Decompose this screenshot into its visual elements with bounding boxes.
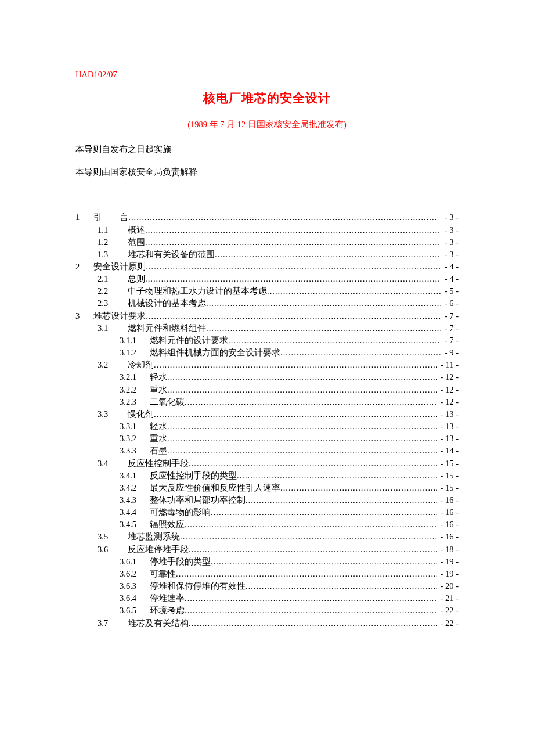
toc-leader-dots [267,285,441,297]
toc-page-number: - 16 - [437,506,459,519]
toc-leader-dots [145,224,441,236]
toc-page-number: - 3 - [441,211,459,224]
toc-page-number: - 7 - [441,310,459,322]
toc-number: 3.7 [98,617,128,629]
toc-entry: 3堆芯设计要求- 7 - [75,310,459,322]
document-subtitle: (1989 年 7 月 12 日国家核安全局批准发布) [75,119,459,130]
toc-leader-dots [280,482,437,494]
toc-page-number: - 12 - [437,384,459,396]
toc-leader-dots [154,359,437,371]
toc-leader-dots [211,556,437,568]
toc-page-number: - 16 - [437,519,459,531]
toc-label: 概述 [128,224,145,236]
toc-leader-dots [228,334,441,347]
toc-entry: 3.4.5辐照效应- 16 - [75,519,459,531]
toc-label: 整体功率和局部功率控制 [150,494,246,506]
toc-entry: 3.4.3整体功率和局部功率控制- 16 - [75,494,459,506]
toc-number: 3.4.3 [120,494,150,506]
toc-page-number: - 12 - [437,371,459,383]
toc-page-number: - 15 - [437,482,459,494]
toc-leader-dots [145,273,441,285]
document-code: HAD102/07 [75,70,459,80]
toc-page-number: - 3 - [441,224,459,236]
toc-entry: 1引 言- 3 - [75,211,459,224]
toc-leader-dots [206,322,441,334]
toc-page-number: - 15 - [437,458,459,470]
toc-page-number: - 5 - [441,285,459,297]
toc-number: 1.3 [98,249,128,261]
toc-page-number: - 13 - [437,420,459,433]
toc-label: 停堆手段的类型 [150,556,211,568]
toc-label: 石墨 [150,445,167,457]
toc-page-number: - 3 - [441,249,459,261]
toc-entry: 3.2.2重水- 12 - [75,384,459,396]
toc-label: 重水 [150,384,167,396]
toc-page-number: - 12 - [437,396,459,408]
toc-page-number: - 19 - [437,568,459,580]
toc-label: 燃料组件机械方面的安全设计要求 [150,347,280,359]
toc-label: 反应性控制手段 [128,458,189,470]
toc-page-number: - 9 - [441,347,459,359]
toc-label: 机械设计的基本考虑 [128,297,206,309]
toc-number: 2 [75,261,93,273]
toc-label: 安全设计原则 [93,261,146,273]
toc-label: 二氧化碳 [150,396,185,408]
toc-label: 环境考虑 [150,604,185,617]
toc-number: 1.2 [98,236,128,249]
toc-leader-dots [167,445,437,457]
toc-entry: 3.3.3石墨- 14 - [75,445,459,457]
toc-leader-dots [237,470,437,482]
toc-label: 可燃毒物的影响 [150,506,211,519]
toc-number: 3.4.5 [120,519,150,531]
toc-leader-dots [206,297,441,309]
toc-label: 堆芯和有关设备的范围 [128,249,215,261]
toc-label: 燃料元件的设计要求 [150,334,228,347]
toc-page-number: - 22 - [437,617,459,629]
toc-number: 3.4.2 [120,482,150,494]
toc-entry: 2.3机械设计的基本考虑- 6 - [75,297,459,309]
toc-label: 反应堆停堆手段 [128,543,189,556]
toc-entry: 3.6.5环境考虑- 22 - [75,604,459,617]
toc-entry: 3.5堆芯监测系统- 16 - [75,531,459,543]
toc-leader-dots [189,458,437,470]
toc-label: 最大反应性价值和反应性引人速率 [150,482,280,494]
toc-page-number: - 16 - [437,531,459,543]
toc-entry: 3.3慢化剂- 13 - [75,408,459,420]
toc-leader-dots [246,580,437,592]
toc-page-number: - 4 - [441,261,459,273]
toc-number: 3.5 [98,531,128,543]
toc-leader-dots [167,371,437,383]
toc-label: 停堆和保侍停堆的有效性 [150,580,246,592]
toc-number: 3.3.3 [120,445,150,457]
document-title: 核电厂堆芯的安全设计 [75,90,459,106]
toc-leader-dots [128,211,441,224]
toc-leader-dots [154,408,437,420]
toc-leader-dots [189,617,437,629]
toc-label: 反应性控制手段的类型 [150,470,237,482]
toc-page-number: - 15 - [437,470,459,482]
toc-label: 引 言 [93,211,128,224]
toc-leader-dots [180,531,437,543]
document-note-2: 本导则由国家核安全局负责解释 [75,165,459,179]
toc-number: 3.2.3 [120,396,150,408]
toc-number: 3.6.2 [120,568,150,580]
toc-page-number: - 14 - [437,445,459,457]
toc-entry: 3.4.1反应性控制手段的类型- 15 - [75,470,459,482]
toc-label: 冷却剂 [128,359,154,371]
toc-label: 总则 [128,273,145,285]
toc-entry: 3.6.1停堆手段的类型- 19 - [75,556,459,568]
toc-entry: 3.6.2可靠性- 19 - [75,568,459,580]
toc-leader-dots [211,506,437,519]
toc-leader-dots [146,261,441,273]
toc-entry: 3.6.3停堆和保侍停堆的有效性- 20 - [75,580,459,592]
toc-number: 3.6.1 [120,556,150,568]
toc-label: 堆芯设计要求 [93,310,146,322]
toc-page-number: - 11 - [437,359,459,371]
toc-number: 3.3.2 [120,433,150,445]
toc-label: 辐照效应 [150,519,185,531]
toc-number: 3.2.2 [120,384,150,396]
toc-entry: 3.1.1燃料元件的设计要求- 7 - [75,334,459,347]
toc-entry: 3.1.2燃料组件机械方面的安全设计要求- 9 - [75,347,459,359]
toc-number: 3.3.1 [120,420,150,433]
toc-number: 3.6 [98,543,128,556]
